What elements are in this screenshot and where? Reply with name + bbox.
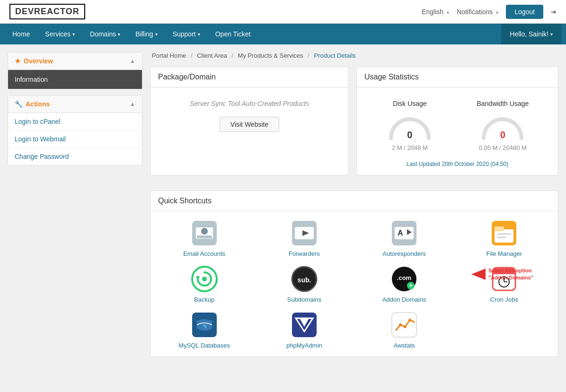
email-icon <box>190 219 219 247</box>
shortcut-mysql[interactable]: 🐬 MySQL Databases <box>158 311 250 349</box>
shortcut-addon-domains[interactable]: .com + Addon Domains Select this option"… <box>358 265 451 303</box>
star-icon: ★ <box>15 57 21 65</box>
shortcut-file-manager[interactable]: File Manager <box>458 219 550 257</box>
svg-marker-17 <box>196 276 200 281</box>
breadcrumb: Portal Home / Client Area / My Products … <box>150 52 558 59</box>
billing-caret: ▾ <box>155 32 158 37</box>
autoresponders-label: Autoresponders <box>358 250 451 257</box>
overview-chevron-icon: ▲ <box>130 58 135 64</box>
shortcut-forwarders[interactable]: Forwarders <box>258 219 350 257</box>
shortcut-cron-jobs[interactable]: Cron Jobs <box>458 265 550 303</box>
shortcut-backup[interactable]: Backup <box>158 265 250 303</box>
logout-button[interactable]: Logout <box>506 5 543 19</box>
phpmyadmin-label: phpMyAdmin <box>258 342 350 349</box>
svg-point-38 <box>399 323 402 326</box>
top-bar: DEVREACTOR English ▾ Notifications ▾ Log… <box>0 0 566 24</box>
shortcuts-header: Quick Shortcuts <box>150 191 558 211</box>
overview-header[interactable]: ★ Overview ▲ <box>8 52 142 70</box>
subdomains-label: Subdomains <box>258 296 350 303</box>
bandwidth-usage-item: Bandwidth Usage 0 0.05 M / 20480 M <box>477 100 529 151</box>
notifications-dropdown-arrow: ▾ <box>496 10 498 15</box>
support-caret: ▾ <box>198 32 200 37</box>
page-content: ★ Overview ▲ Information 🔧 Actions ▲ Log… <box>0 44 566 372</box>
nav-services[interactable]: Services ▾ <box>37 24 82 44</box>
top-right: English ▾ Notifications ▾ Logout ➔ <box>422 5 557 19</box>
nav-domains[interactable]: Domains ▾ <box>82 24 128 44</box>
bandwidth-usage-label: Bandwidth Usage <box>477 100 529 107</box>
shortcuts-grid: Email Accounts Forwarders <box>150 211 558 357</box>
forwarders-label: Forwarders <box>258 250 350 257</box>
forwarder-icon <box>290 219 318 247</box>
usage-grid: Disk Usage 0 2 M / 2048 M <box>364 95 550 156</box>
disk-gauge: 0 <box>386 112 433 140</box>
bandwidth-fraction: 0.05 M / 20480 M <box>477 144 529 151</box>
cron-icon <box>490 265 518 293</box>
svg-text:.com: .com <box>397 274 411 281</box>
disk-usage-label: Disk Usage <box>386 100 433 107</box>
svg-point-2 <box>201 228 208 235</box>
subdomains-icon: sub. <box>290 265 318 293</box>
visit-website-button[interactable]: Visit Website <box>220 117 279 132</box>
notifications-btn[interactable]: Notifications ▾ <box>457 8 498 16</box>
shortcut-autoresponders[interactable]: A Autoresponders <box>358 219 451 257</box>
language-selector[interactable]: English ▾ <box>422 8 449 16</box>
disk-usage-item: Disk Usage 0 2 M / 2048 M <box>386 100 433 151</box>
breadcrumb-my-products[interactable]: My Products & Services <box>238 52 305 59</box>
change-password-link[interactable]: Change Password <box>8 148 142 165</box>
exit-icon[interactable]: ➔ <box>551 8 557 16</box>
svg-rect-15 <box>497 236 506 238</box>
actions-chevron-icon: ▲ <box>130 101 135 107</box>
svg-rect-13 <box>495 226 504 231</box>
breadcrumb-client-area[interactable]: Client Area <box>197 52 229 59</box>
shortcut-phpmyadmin[interactable]: phpMyAdmin <box>258 311 350 349</box>
bandwidth-value: 0 <box>500 130 505 140</box>
shortcut-awstats[interactable]: Awstats <box>358 311 451 349</box>
shortcut-email-accounts[interactable]: Email Accounts <box>158 219 250 257</box>
services-caret: ▾ <box>72 32 75 37</box>
wrench-icon: 🔧 <box>15 100 23 108</box>
breadcrumb-portal-home[interactable]: Portal Home <box>152 52 188 59</box>
overview-section: ★ Overview ▲ Information <box>8 52 142 89</box>
backup-label: Backup <box>158 296 250 303</box>
shortcut-subdomains[interactable]: sub. Subdomains <box>258 265 350 303</box>
svg-point-18 <box>202 277 207 281</box>
nav-open-ticket[interactable]: Open Ticket <box>208 24 258 44</box>
breadcrumb-sep1: / <box>191 52 193 59</box>
svg-rect-14 <box>497 233 511 235</box>
usage-panel: Usage Statistics Disk Usage 0 <box>356 67 558 175</box>
usage-updated: Last Updated 20th October 2020 (04:50) <box>364 161 550 167</box>
domains-caret: ▾ <box>118 32 120 37</box>
mysql-label: MySQL Databases <box>158 342 250 349</box>
actions-title: 🔧 Actions <box>15 100 50 108</box>
breadcrumb-sep2: / <box>231 52 233 59</box>
information-item[interactable]: Information <box>8 70 142 89</box>
nav-home[interactable]: Home <box>5 24 37 44</box>
actions-header[interactable]: 🔧 Actions ▲ <box>8 96 142 113</box>
top-panels: Package/Domain Server Sync Tool Auto-Cre… <box>150 67 558 183</box>
backup-icon <box>190 265 219 293</box>
logo: DEVREACTOR <box>9 4 85 19</box>
usage-panel-body: Disk Usage 0 2 M / 2048 M <box>357 87 558 175</box>
nav-billing[interactable]: Billing ▾ <box>128 24 165 44</box>
login-cpanel-link[interactable]: Login to cPanel <box>8 113 142 131</box>
package-panel: Package/Domain Server Sync Tool Auto-Cre… <box>150 67 349 175</box>
main-content: Portal Home / Client Area / My Products … <box>150 52 558 365</box>
user-menu-caret: ▾ <box>550 32 553 37</box>
svg-text:A: A <box>398 229 403 237</box>
package-panel-header: Package/Domain <box>150 67 348 87</box>
filemanager-icon <box>490 219 518 247</box>
svg-text:+: + <box>409 282 413 289</box>
disk-value: 0 <box>407 130 412 140</box>
package-panel-body: Server Sync Tool Auto-Created Products V… <box>150 87 348 139</box>
svg-rect-3 <box>197 235 212 238</box>
file-manager-label: File Manager <box>458 250 550 257</box>
user-menu[interactable]: Hello, Sainik! ▾ <box>501 24 561 44</box>
awstats-icon <box>390 311 418 339</box>
nav-support[interactable]: Support ▾ <box>165 24 208 44</box>
overview-title: ★ Overview <box>15 57 53 65</box>
nav-bar: Home Services ▾ Domains ▾ Billing ▾ Supp… <box>0 24 566 44</box>
sidebar: ★ Overview ▲ Information 🔧 Actions ▲ Log… <box>8 52 142 365</box>
login-webmail-link[interactable]: Login to Webmail <box>8 131 142 148</box>
autoresponder-icon: A <box>390 219 418 247</box>
addon-domains-label: Addon Domains <box>358 296 451 303</box>
